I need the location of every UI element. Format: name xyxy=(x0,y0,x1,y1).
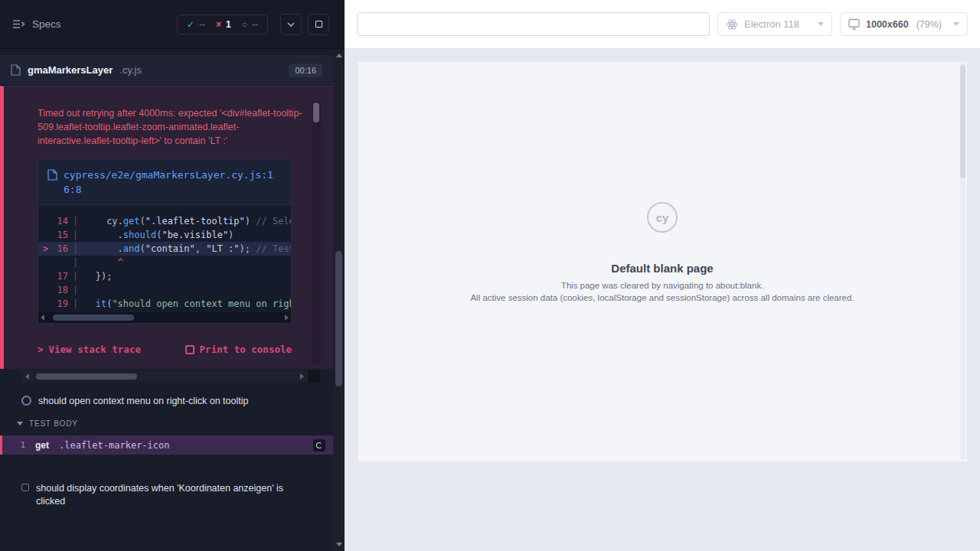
electron-icon xyxy=(726,18,738,31)
test-body-header[interactable]: TEST BODY xyxy=(17,419,333,428)
chevron-down-icon xyxy=(17,422,23,425)
stat-pending: ○ -- xyxy=(242,19,258,30)
code-horizontal-scrollbar[interactable] xyxy=(38,312,291,323)
test-body-label: TEST BODY xyxy=(29,419,78,428)
code-hscroll-thumb[interactable] xyxy=(53,315,134,321)
test-running-spinner-icon xyxy=(21,396,31,406)
blank-page-line1: This page was cleared by navigating to a… xyxy=(358,281,967,290)
error-actions: > View stack trace Print to console xyxy=(38,344,292,355)
cypress-logo: cy xyxy=(647,202,678,233)
stat-failed: × 1 xyxy=(216,19,231,30)
reporter-hscroll-thumb[interactable] xyxy=(36,373,137,380)
blank-page-content: cy Default blank page This page was clea… xyxy=(358,62,967,302)
specs-toggle[interactable]: Specs xyxy=(12,18,61,30)
test-pending-icon xyxy=(21,484,29,491)
blank-page-title: Default blank page xyxy=(358,262,967,275)
stat-passed: ✓ -- xyxy=(187,19,205,30)
aut-vertical-scrollbar[interactable] xyxy=(960,64,965,460)
url-input[interactable] xyxy=(357,12,710,36)
pending-circle-icon: ○ xyxy=(242,19,247,30)
scroll-left-icon[interactable] xyxy=(41,315,44,321)
command-spinner-icon xyxy=(316,442,322,448)
viewport-scale: (79%) xyxy=(916,19,942,30)
blank-page-line2: All active session data (cookies, localS… xyxy=(358,293,967,302)
test-item-pending[interactable]: should display coordinates when 'Koordin… xyxy=(0,470,333,508)
stop-icon xyxy=(315,21,322,28)
error-vertical-scrollbar[interactable] xyxy=(312,101,321,365)
viewport-size: 1000x660 xyxy=(866,19,909,30)
failed-x-icon: × xyxy=(216,19,221,30)
cypress-app-window: Specs ✓ -- × 1 ○ -- xyxy=(0,0,980,551)
aut-main-area: Electron 118 1000x660 (79%) cy Default b… xyxy=(345,0,980,551)
pending-count: -- xyxy=(252,19,258,30)
passed-check-icon: ✓ xyxy=(187,19,194,30)
aut-header: Electron 118 1000x660 (79%) xyxy=(345,0,980,49)
code-file-icon xyxy=(47,169,57,181)
error-file-link[interactable]: cypress/e2e/gmaMarkersLayer.cy.js:16:8 xyxy=(64,168,282,197)
reporter-body: gmaMarkersLayer .cy.js 00:16 Timed out r… xyxy=(0,49,333,551)
chevron-down-icon xyxy=(953,22,959,26)
scroll-down-icon[interactable] xyxy=(333,539,345,550)
command-log-row[interactable]: 1 get .leaflet-marker-icon xyxy=(0,435,333,455)
print-to-console-button[interactable]: Print to console xyxy=(185,344,292,355)
code-frame-header: cypress/e2e/gmaMarkersLayer.cy.js:16:8 xyxy=(38,160,291,205)
scroll-right-icon[interactable] xyxy=(300,373,304,380)
reporter-scrollbar-row xyxy=(21,370,320,383)
spec-file-icon xyxy=(11,64,21,76)
reporter-sidebar: Specs ✓ -- × 1 ○ -- xyxy=(0,0,345,551)
command-method: get xyxy=(35,440,49,451)
spec-extension: .cy.js xyxy=(119,64,142,76)
specs-label: Specs xyxy=(32,18,61,30)
controls-right: ✓ -- × 1 ○ -- xyxy=(177,14,329,35)
sidebar-vertical-scrollbar[interactable] xyxy=(333,49,345,551)
scroll-left-icon[interactable] xyxy=(25,373,29,380)
command-message: .leaflet-marker-icon xyxy=(59,440,170,451)
chevron-down-icon xyxy=(287,22,295,27)
passed-count: -- xyxy=(199,19,205,30)
scroll-up-icon[interactable] xyxy=(333,50,345,61)
sidebar-vscroll-thumb[interactable] xyxy=(335,251,342,386)
specs-list-icon xyxy=(12,19,25,29)
failed-count: 1 xyxy=(226,19,231,30)
test-stats: ✓ -- × 1 ○ -- xyxy=(177,15,268,34)
console-icon xyxy=(185,345,194,354)
reporter-horizontal-scrollbar[interactable] xyxy=(21,370,308,383)
reporter-controls-bar: Specs ✓ -- × 1 ○ -- xyxy=(0,0,345,49)
browser-label: Electron 118 xyxy=(744,18,799,30)
stack-chevron-icon: > xyxy=(38,344,44,355)
stop-run-button[interactable] xyxy=(308,14,329,35)
scroll-right-icon[interactable] xyxy=(285,315,289,321)
chevron-down-icon xyxy=(818,22,824,26)
test-title: should open context menu on right-click … xyxy=(38,395,248,408)
view-stack-trace-button[interactable]: > View stack trace xyxy=(38,344,141,355)
spec-duration: 00:16 xyxy=(289,64,322,77)
collapse-tests-button[interactable] xyxy=(280,14,302,35)
code-lines: 14| cy.get(".leaflet-tooltip") // Sele15… xyxy=(38,205,291,312)
viewport-icon xyxy=(848,18,860,30)
viewport-select[interactable]: 1000x660 (79%) xyxy=(840,12,968,36)
code-frame: cypress/e2e/gmaMarkersLayer.cy.js:16:8 1… xyxy=(38,159,292,324)
test-item-active[interactable]: should open context menu on right-click … xyxy=(0,383,333,408)
aut-vscroll-thumb[interactable] xyxy=(960,65,965,178)
error-vscroll-thumb[interactable] xyxy=(313,103,319,122)
spec-header[interactable]: gmaMarkersLayer .cy.js 00:16 xyxy=(0,55,333,86)
command-number: 1 xyxy=(2,440,25,450)
test-title: should display coordinates when 'Koordin… xyxy=(36,482,290,508)
command-state-badge xyxy=(313,439,325,452)
scrollbar-corner xyxy=(308,370,320,383)
test-error-panel: Timed out retrying after 4000ms: expecte… xyxy=(0,86,333,369)
aut-background: cy Default blank page This page was clea… xyxy=(345,49,980,551)
spec-name: gmaMarkersLayer xyxy=(28,64,113,76)
error-message: Timed out retrying after 4000ms: expecte… xyxy=(38,106,307,148)
browser-select[interactable]: Electron 118 xyxy=(717,12,832,36)
aut-iframe: cy Default blank page This page was clea… xyxy=(358,62,967,461)
